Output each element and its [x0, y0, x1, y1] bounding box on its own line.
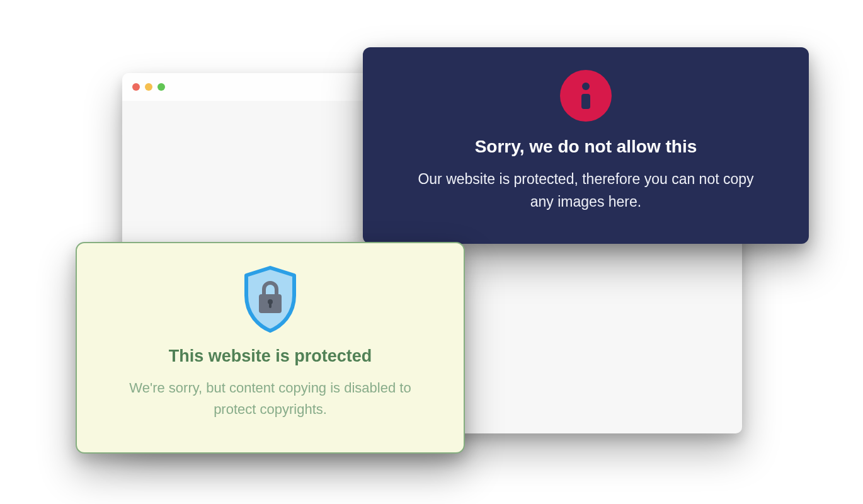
- alert-card-light: This website is protected We're sorry, b…: [76, 242, 465, 454]
- alert-light-body: We're sorry, but content copying is disa…: [119, 377, 421, 420]
- alert-dark-title: Sorry, we do not allow this: [475, 137, 697, 157]
- svg-point-0: [582, 83, 590, 90]
- svg-rect-4: [269, 302, 271, 308]
- alert-light-title: This website is protected: [169, 346, 372, 366]
- svg-rect-1: [581, 94, 590, 109]
- alert-dark-body: Our website is protected, therefore you …: [409, 168, 762, 213]
- shield-lock-icon: [239, 265, 302, 334]
- minimize-window-button[interactable]: [145, 83, 152, 91]
- info-icon: [560, 70, 612, 122]
- alert-card-dark: Sorry, we do not allow this Our website …: [363, 47, 809, 244]
- close-window-button[interactable]: [132, 83, 140, 91]
- maximize-window-button[interactable]: [157, 83, 165, 91]
